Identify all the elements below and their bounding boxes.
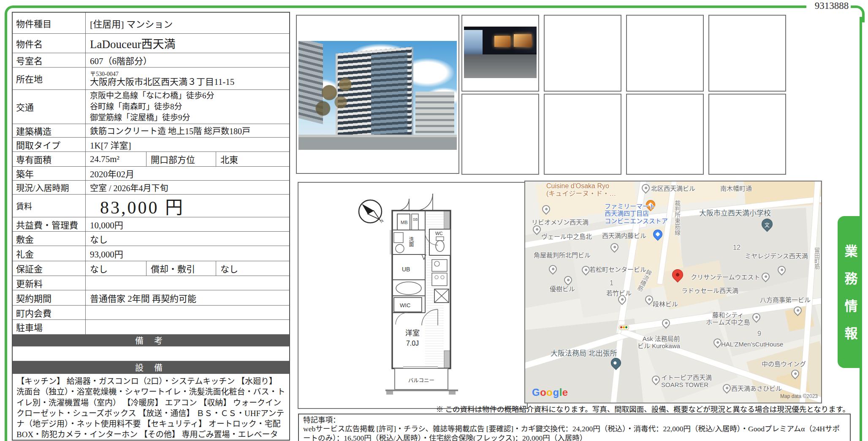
- table-row: 保証金 なし 償却・敷引 なし: [13, 261, 289, 276]
- row-label: 保証金: [13, 261, 86, 276]
- row-label: 物件種目: [13, 13, 86, 33]
- map-attribution: Map data ©2023: [780, 393, 818, 399]
- photo-entrance-lobby: [461, 15, 539, 92]
- table-row: 物件種目 [住居用] マンション: [13, 13, 289, 33]
- table-row: 駐車場: [13, 319, 289, 334]
- table-row: 更新料: [13, 276, 289, 290]
- map-label: 若松町センタービル: [589, 266, 646, 273]
- row-label: 償却・敷引: [146, 261, 216, 276]
- row-label: 物件名: [13, 34, 86, 53]
- table-row: 共益費・管理費 10,000円: [13, 217, 289, 231]
- row-value: なし: [216, 261, 289, 276]
- tab-business-info[interactable]: 業務情報: [838, 216, 862, 368]
- row-value: 2020年02月: [86, 167, 289, 180]
- row-value: 1K[7 洋室]: [86, 138, 289, 152]
- table-row: 間取タイプ 1K[7 洋室]: [13, 137, 289, 152]
- address-cell: 〒530-0047 大阪府大阪市北区西天満３丁目11-15: [86, 68, 289, 89]
- frame-left: [5, 17, 7, 441]
- map-label: Ask 法務局前 ビル Kurokawa: [637, 335, 680, 350]
- traffic-light-icon: [619, 325, 629, 330]
- map-label: ヴェール中之島北: [541, 233, 592, 240]
- map-label: イトーピア西天満 SOARS TOWER: [661, 374, 712, 389]
- rent-value: 83,000 円: [86, 195, 289, 217]
- map-label: 中の島ウイング: [762, 360, 806, 368]
- svg-text:WIC: WIC: [400, 302, 410, 308]
- property-table: 物件種目 [住居用] マンション 物件名 LaDouceur西天満 号室名 60…: [12, 12, 290, 441]
- row-label: 号室名: [13, 53, 86, 67]
- table-row: 物件名 LaDouceur西天満: [13, 33, 289, 53]
- svg-text:WC: WC: [435, 231, 443, 236]
- floor-plan-drawing: N MB SB 洗面: [298, 183, 527, 408]
- map-label: 藤和シティ ホームズ中之島: [706, 311, 750, 326]
- table-row: 町内会費: [13, 305, 289, 319]
- property-datasheet: 9313888 業務情報 物件種目 [住居用] マンション 物件名 LaDouc…: [0, 0, 868, 441]
- document-number: 9313888: [813, 0, 851, 11]
- row-label: 賃料: [13, 195, 86, 217]
- svg-text:洋室: 洋室: [405, 329, 420, 337]
- floor-plan: N MB SB 洗面: [298, 182, 528, 409]
- table-row: 建築構造 鉄筋コンクリート造 地上15階 総戸数180戸: [13, 124, 289, 137]
- google-logo: Google: [532, 387, 568, 398]
- tab-business-info-label: 業務情報: [841, 230, 860, 354]
- row-label: 駐車場: [13, 320, 86, 334]
- equipment-row: 【キッチン】 給湯器・ガスコンロ（2口）・システムキッチン 【水廻り】 洗面台（…: [13, 373, 289, 440]
- row-label: 開口部方位: [146, 152, 216, 166]
- lobby-photo: [464, 27, 537, 78]
- special-notes-box: 特記事項： webサービス広告掲載 [許可]・チラシ、雑誌等掲載広告 [要確認]…: [298, 414, 851, 441]
- map-label: 北区西天満ビル: [651, 185, 695, 192]
- svg-text:7.0J: 7.0J: [406, 340, 419, 347]
- table-row: 賃料 83,000 円: [13, 194, 289, 217]
- row-value: [86, 320, 289, 334]
- poi-pin: [721, 382, 732, 394]
- map-label-road: 留田町筋: [813, 247, 819, 269]
- map-label: 西天満内藤ビル: [602, 232, 646, 239]
- map-label: リビオメゾン西天満: [532, 219, 589, 226]
- map-label-number: 9: [757, 330, 761, 338]
- photo-exterior: [296, 15, 459, 174]
- photo-placeholder: [708, 94, 786, 175]
- photo-placeholder: [461, 94, 539, 175]
- row-label: 間取タイプ: [13, 138, 86, 152]
- row-value: [86, 306, 289, 319]
- disclaimer-note: ※ この資料は物件の概略紹介資料になります。写真、間取図面、設備、概要などが現況…: [301, 403, 850, 414]
- map-label-road: 南木幡町通: [720, 185, 752, 192]
- row-label: 築年: [13, 167, 86, 180]
- table-row: 号室名 607（6階部分）: [13, 53, 289, 67]
- equipment-content: 【キッチン】 給湯器・ガスコンロ（2口）・システムキッチン 【水廻り】 洗面台（…: [13, 374, 289, 440]
- row-value: なし: [86, 232, 289, 246]
- map-label: ミヤレジデンス西天満: [745, 252, 808, 260]
- row-label: 交通: [13, 90, 86, 124]
- transit-line: 京阪中之島線「なにわ橋」徒歩6分: [90, 91, 214, 100]
- row-label: 敷金: [13, 232, 86, 246]
- svg-text:UB: UB: [402, 266, 410, 273]
- row-value: 24.75m²: [86, 152, 146, 166]
- map-label-property: ラドゥセール西天満: [681, 287, 738, 294]
- map-label-school: 大阪市立西天満小学校: [699, 209, 771, 218]
- table-row: 築年 2020年02月: [13, 166, 289, 180]
- map-label-number: 12: [733, 244, 741, 252]
- svg-text:洗面: 洗面: [408, 237, 414, 247]
- frame-top: [13, 5, 806, 8]
- row-label: 所在地: [13, 68, 86, 89]
- row-value: 北東: [216, 152, 289, 166]
- map-label: 西天満あさひビル: [731, 385, 782, 392]
- row-value: 鉄筋コンクリート造 地上15階 総戸数180戸: [86, 124, 289, 137]
- svg-text:MB: MB: [401, 220, 408, 225]
- map-label: HAL'ZMen'sCutHouse: [721, 341, 783, 348]
- address-text: 大阪府大阪市北区西天満３丁目11-15: [90, 77, 234, 87]
- table-row: 敷金 なし: [13, 231, 289, 246]
- map-label-road: 裁判所東筋線: [674, 200, 681, 235]
- table-row: 礼金 93,000円: [13, 246, 289, 261]
- special-notes-title: 特記事項：: [303, 416, 846, 425]
- svg-text:バルコニー: バルコニー: [408, 378, 434, 384]
- tree: [310, 70, 374, 134]
- photo-placeholder: [626, 94, 704, 175]
- row-value: [住居用] マンション: [86, 13, 289, 33]
- row-label: 礼金: [13, 246, 86, 261]
- photo-placeholder: [544, 15, 621, 92]
- row-label: 町内会費: [13, 306, 86, 319]
- map-label: 優樹ビル: [550, 285, 575, 292]
- photo-placeholder: [708, 15, 786, 92]
- row-label: 専有面積: [13, 152, 86, 166]
- building-photo: [298, 41, 457, 150]
